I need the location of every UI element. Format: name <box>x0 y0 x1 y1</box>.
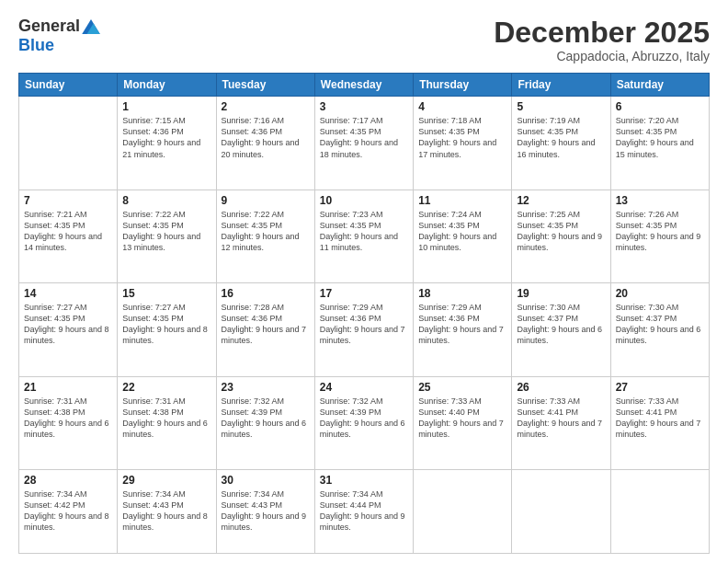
cell-day-number: 5 <box>517 100 605 113</box>
cell-day-number: 12 <box>517 194 605 207</box>
cell-day-number: 23 <box>222 381 310 394</box>
page: General Blue December 2025 Cappadocia, A… <box>0 0 728 563</box>
cell-day-number: 19 <box>517 287 605 300</box>
cell-info: Sunrise: 7:20 AM Sunset: 4:35 PM Dayligh… <box>616 115 704 160</box>
calendar-week-row: 1Sunrise: 7:15 AM Sunset: 4:36 PM Daylig… <box>19 97 710 190</box>
cell-info: Sunrise: 7:33 AM Sunset: 4:41 PM Dayligh… <box>517 396 605 441</box>
cell-info: Sunrise: 7:34 AM Sunset: 4:42 PM Dayligh… <box>24 488 112 534</box>
calendar-week-row: 21Sunrise: 7:31 AM Sunset: 4:38 PM Dayli… <box>19 376 710 469</box>
calendar-cell: 10Sunrise: 7:23 AM Sunset: 4:35 PM Dayli… <box>314 190 413 282</box>
cell-day-number: 10 <box>320 194 408 207</box>
calendar-cell: 9Sunrise: 7:22 AM Sunset: 4:35 PM Daylig… <box>216 190 314 282</box>
calendar-cell: 27Sunrise: 7:33 AM Sunset: 4:41 PM Dayli… <box>610 376 709 469</box>
cell-info: Sunrise: 7:33 AM Sunset: 4:40 PM Dayligh… <box>418 396 506 441</box>
calendar-cell: 1Sunrise: 7:15 AM Sunset: 4:36 PM Daylig… <box>118 97 216 190</box>
location: Cappadocia, Abruzzo, Italy <box>494 49 710 63</box>
cell-info: Sunrise: 7:31 AM Sunset: 4:38 PM Dayligh… <box>122 396 210 441</box>
calendar-cell: 2Sunrise: 7:16 AM Sunset: 4:36 PM Daylig… <box>216 97 314 190</box>
cell-info: Sunrise: 7:29 AM Sunset: 4:36 PM Dayligh… <box>418 302 506 347</box>
cell-day-number: 31 <box>320 474 408 487</box>
cell-day-number: 8 <box>122 194 210 207</box>
calendar-cell <box>610 469 709 553</box>
logo: General Blue <box>18 17 100 55</box>
cell-day-number: 15 <box>122 287 210 300</box>
calendar-cell: 19Sunrise: 7:30 AM Sunset: 4:37 PM Dayli… <box>512 283 610 376</box>
cell-info: Sunrise: 7:19 AM Sunset: 4:35 PM Dayligh… <box>517 115 605 160</box>
calendar-cell: 28Sunrise: 7:34 AM Sunset: 4:42 PM Dayli… <box>19 469 118 553</box>
cell-day-number: 29 <box>122 474 210 487</box>
cell-info: Sunrise: 7:29 AM Sunset: 4:36 PM Dayligh… <box>320 302 408 347</box>
cell-day-number: 14 <box>24 287 112 300</box>
cell-info: Sunrise: 7:33 AM Sunset: 4:41 PM Dayligh… <box>616 396 704 441</box>
calendar-cell <box>19 97 118 190</box>
calendar-cell: 31Sunrise: 7:34 AM Sunset: 4:44 PM Dayli… <box>314 469 413 553</box>
cell-day-number: 3 <box>320 100 408 113</box>
cell-info: Sunrise: 7:16 AM Sunset: 4:36 PM Dayligh… <box>222 115 310 160</box>
cell-day-number: 7 <box>24 194 112 207</box>
cell-info: Sunrise: 7:22 AM Sunset: 4:35 PM Dayligh… <box>122 209 210 254</box>
cell-day-number: 30 <box>222 474 310 487</box>
day-header-saturday: Saturday <box>610 74 709 97</box>
cell-day-number: 16 <box>222 287 310 300</box>
calendar-week-row: 28Sunrise: 7:34 AM Sunset: 4:42 PM Dayli… <box>19 469 710 553</box>
cell-info: Sunrise: 7:24 AM Sunset: 4:35 PM Dayligh… <box>418 209 506 254</box>
calendar-cell: 17Sunrise: 7:29 AM Sunset: 4:36 PM Dayli… <box>314 283 413 376</box>
calendar-cell: 4Sunrise: 7:18 AM Sunset: 4:35 PM Daylig… <box>414 97 512 190</box>
cell-info: Sunrise: 7:32 AM Sunset: 4:39 PM Dayligh… <box>222 396 310 441</box>
cell-day-number: 2 <box>222 100 310 113</box>
day-header-tuesday: Tuesday <box>216 74 314 97</box>
day-header-thursday: Thursday <box>414 74 512 97</box>
calendar-cell: 15Sunrise: 7:27 AM Sunset: 4:35 PM Dayli… <box>118 283 216 376</box>
calendar-cell: 30Sunrise: 7:34 AM Sunset: 4:43 PM Dayli… <box>216 469 314 553</box>
cell-info: Sunrise: 7:30 AM Sunset: 4:37 PM Dayligh… <box>517 302 605 347</box>
cell-day-number: 13 <box>616 194 704 207</box>
calendar-week-row: 7Sunrise: 7:21 AM Sunset: 4:35 PM Daylig… <box>19 190 710 282</box>
calendar-cell: 24Sunrise: 7:32 AM Sunset: 4:39 PM Dayli… <box>314 376 413 469</box>
calendar-cell: 25Sunrise: 7:33 AM Sunset: 4:40 PM Dayli… <box>414 376 512 469</box>
cell-day-number: 27 <box>616 381 704 394</box>
cell-info: Sunrise: 7:17 AM Sunset: 4:35 PM Dayligh… <box>320 115 408 160</box>
calendar-cell: 13Sunrise: 7:26 AM Sunset: 4:35 PM Dayli… <box>610 190 709 282</box>
cell-info: Sunrise: 7:15 AM Sunset: 4:36 PM Dayligh… <box>122 115 210 160</box>
cell-info: Sunrise: 7:28 AM Sunset: 4:36 PM Dayligh… <box>222 302 310 347</box>
calendar-cell: 8Sunrise: 7:22 AM Sunset: 4:35 PM Daylig… <box>118 190 216 282</box>
calendar-header-row: SundayMondayTuesdayWednesdayThursdayFrid… <box>19 74 710 97</box>
calendar-cell <box>512 469 610 553</box>
cell-day-number: 11 <box>418 194 506 207</box>
cell-info: Sunrise: 7:21 AM Sunset: 4:35 PM Dayligh… <box>24 209 112 254</box>
day-header-sunday: Sunday <box>19 74 118 97</box>
day-header-wednesday: Wednesday <box>314 74 413 97</box>
cell-day-number: 6 <box>616 100 704 113</box>
cell-day-number: 9 <box>222 194 310 207</box>
calendar-cell: 5Sunrise: 7:19 AM Sunset: 4:35 PM Daylig… <box>512 97 610 190</box>
calendar-cell: 18Sunrise: 7:29 AM Sunset: 4:36 PM Dayli… <box>414 283 512 376</box>
calendar-cell: 26Sunrise: 7:33 AM Sunset: 4:41 PM Dayli… <box>512 376 610 469</box>
cell-info: Sunrise: 7:31 AM Sunset: 4:38 PM Dayligh… <box>24 396 112 441</box>
cell-info: Sunrise: 7:22 AM Sunset: 4:35 PM Dayligh… <box>222 209 310 254</box>
cell-info: Sunrise: 7:34 AM Sunset: 4:43 PM Dayligh… <box>222 488 310 534</box>
cell-info: Sunrise: 7:32 AM Sunset: 4:39 PM Dayligh… <box>320 396 408 441</box>
cell-day-number: 4 <box>418 100 506 113</box>
cell-day-number: 22 <box>122 381 210 394</box>
calendar-cell: 11Sunrise: 7:24 AM Sunset: 4:35 PM Dayli… <box>414 190 512 282</box>
calendar-cell: 3Sunrise: 7:17 AM Sunset: 4:35 PM Daylig… <box>314 97 413 190</box>
cell-day-number: 20 <box>616 287 704 300</box>
calendar-week-row: 14Sunrise: 7:27 AM Sunset: 4:35 PM Dayli… <box>19 283 710 376</box>
cell-info: Sunrise: 7:18 AM Sunset: 4:35 PM Dayligh… <box>418 115 506 160</box>
cell-day-number: 28 <box>24 474 112 487</box>
calendar-cell: 16Sunrise: 7:28 AM Sunset: 4:36 PM Dayli… <box>216 283 314 376</box>
day-header-monday: Monday <box>118 74 216 97</box>
calendar-cell: 21Sunrise: 7:31 AM Sunset: 4:38 PM Dayli… <box>19 376 118 469</box>
day-header-friday: Friday <box>512 74 610 97</box>
cell-info: Sunrise: 7:26 AM Sunset: 4:35 PM Dayligh… <box>616 209 704 254</box>
cell-day-number: 24 <box>320 381 408 394</box>
calendar-cell: 7Sunrise: 7:21 AM Sunset: 4:35 PM Daylig… <box>19 190 118 282</box>
logo-icon <box>82 19 100 34</box>
cell-info: Sunrise: 7:27 AM Sunset: 4:35 PM Dayligh… <box>122 302 210 347</box>
calendar-cell: 20Sunrise: 7:30 AM Sunset: 4:37 PM Dayli… <box>610 283 709 376</box>
calendar-cell <box>414 469 512 553</box>
cell-info: Sunrise: 7:34 AM Sunset: 4:44 PM Dayligh… <box>320 488 408 534</box>
logo-general-text: General <box>18 17 80 36</box>
calendar-cell: 6Sunrise: 7:20 AM Sunset: 4:35 PM Daylig… <box>610 97 709 190</box>
cell-info: Sunrise: 7:25 AM Sunset: 4:35 PM Dayligh… <box>517 209 605 254</box>
